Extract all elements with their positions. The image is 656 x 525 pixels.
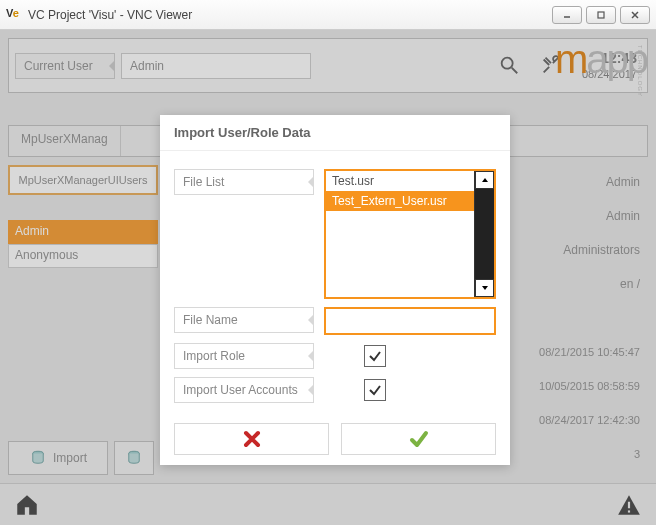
home-icon[interactable] [14,492,40,518]
file-list-box[interactable]: Test.usrTest_Extern_User.usr [326,171,474,297]
cancel-button[interactable] [174,423,329,455]
bg-tab[interactable]: MpUserXManag [9,126,121,156]
svg-rect-11 [628,510,630,512]
import-user-accounts-checkbox[interactable] [364,379,386,401]
maximize-button[interactable] [586,6,616,24]
search-icon[interactable] [498,54,520,76]
dialog-title: Import User/Role Data [160,115,510,151]
window-title: VC Project 'Visu' - VNC Viewer [28,8,552,22]
database-icon [29,449,47,467]
file-list-scrollbar[interactable] [474,171,494,297]
file-name-label: File Name [174,307,314,333]
import-role-checkbox[interactable] [364,345,386,367]
bg-right-timestamps: 08/21/2015 10:45:47 10/05/2015 08:58:59 … [498,335,648,471]
app-footer [0,483,656,525]
file-list-label: File List [174,169,314,195]
import-role-label: Import Role [174,343,314,369]
svg-rect-1 [598,12,604,18]
close-button[interactable] [620,6,650,24]
file-list-item[interactable]: Test.usr [326,171,474,191]
check-icon [409,429,429,449]
list-item[interactable]: Anonymous [8,244,158,268]
bg-user-list: Admin Anonymous [8,220,158,268]
app-icon: Ve [6,7,22,23]
minimize-button[interactable] [552,6,582,24]
scroll-track[interactable] [475,189,494,279]
file-list: Test.usrTest_Extern_User.usr [324,169,496,299]
check-icon [368,349,382,363]
cross-icon [242,429,262,449]
import-button-2[interactable] [114,441,154,475]
check-icon [368,383,382,397]
import-user-accounts-label: Import User Accounts [174,377,314,403]
confirm-button[interactable] [341,423,496,455]
window-titlebar: Ve VC Project 'Visu' - VNC Viewer [0,0,656,30]
import-button[interactable]: Import [8,441,108,475]
svg-point-4 [502,58,513,69]
warning-icon[interactable] [616,492,642,518]
svg-line-5 [512,68,518,74]
bg-right-meta: Admin Admin Administrators en / [498,165,648,301]
bg-side-tab[interactable]: MpUserXManagerUIUsers [8,165,158,195]
current-user-value[interactable]: Admin [121,53,311,79]
list-item[interactable]: Admin [8,220,158,244]
app-header: Current User Admin 12:43 08/24/2017 mapp… [8,38,648,93]
mapp-logo: mappTECHNOLOGY [555,37,647,82]
current-user-label: Current User [15,53,115,79]
svg-rect-10 [628,501,630,508]
file-list-item[interactable]: Test_Extern_User.usr [326,191,474,211]
file-name-input[interactable] [324,307,496,335]
scroll-up-button[interactable] [475,171,494,189]
database-icon [125,449,143,467]
scroll-down-button[interactable] [475,279,494,297]
import-dialog: Import User/Role Data File List Test.usr… [160,115,510,465]
